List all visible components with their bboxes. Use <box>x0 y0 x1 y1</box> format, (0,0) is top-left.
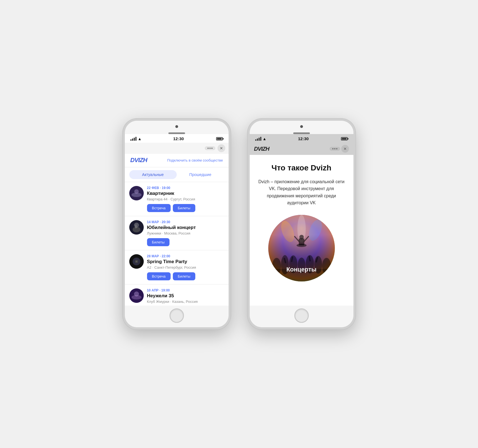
meet-button-1[interactable]: Встреча <box>147 204 171 212</box>
svg-point-10 <box>136 261 137 262</box>
event-title-1: Квартирник <box>147 191 224 196</box>
camera-icon-2 <box>300 125 303 128</box>
event-info-4: 10 АПР · 19:00 Неужели 35 Клуб Жмурки · … <box>147 288 224 306</box>
event-avatar-3 <box>129 254 144 269</box>
close-button[interactable]: ✕ <box>217 144 225 152</box>
status-left: ▲ <box>130 137 142 141</box>
event-date-4: 10 АПР · 19:00 <box>147 288 224 292</box>
event-location-3: A2 · Санкт-Петербург, Россия <box>147 265 224 270</box>
status-right-2 <box>340 137 348 140</box>
home-button-2[interactable] <box>294 308 309 323</box>
event-title-2: Юбилейный концерт <box>147 225 224 230</box>
event-avatar-2 <box>129 220 144 235</box>
wifi-icon-2: ▲ <box>263 137 267 141</box>
event-actions-3: Встреча Билеты <box>147 272 224 280</box>
tickets-button-2[interactable]: Билеты <box>147 238 170 246</box>
svg-rect-6 <box>135 225 136 228</box>
status-time: 12:30 <box>173 136 184 141</box>
event-actions-2: Билеты <box>147 238 224 246</box>
events-list: 22 ФЕВ · 19:00 Квартирник Квартира 44 · … <box>125 182 229 306</box>
event-info-2: 14 МАР · 20:30 Юбилейный концерт Лужники… <box>147 220 224 246</box>
home-button-area <box>125 306 229 327</box>
tickets-button-3[interactable]: Билеты <box>173 272 195 280</box>
event-avatar-1 <box>129 186 144 200</box>
phone2-toolbar: ✕ <box>330 145 349 153</box>
phone1-status-bar: ▲ 12:30 <box>125 134 229 143</box>
event-item-4: 10 АПР · 19:00 Неужели 35 Клуб Жмурки · … <box>125 285 229 306</box>
event-title-3: Spring Time Party <box>147 259 224 265</box>
event-location-2: Лужники · Москва, Россия <box>147 231 224 235</box>
event-info-1: 22 ФЕВ · 19:00 Квартирник Квартира 44 · … <box>147 186 224 212</box>
home-button[interactable] <box>170 308 184 323</box>
tabs-bar: Актуальные Прошедшие <box>125 167 229 182</box>
home-button-area-2 <box>250 306 353 327</box>
concert-circle: Концерты <box>268 215 335 281</box>
meet-button-3[interactable]: Встреча <box>147 272 171 280</box>
event-date-3: 28 МАР · 22:00 <box>147 254 224 258</box>
svg-point-2 <box>134 189 139 194</box>
phone1-notch <box>125 121 229 134</box>
signal-icon <box>130 137 136 141</box>
status-time-2: 12:30 <box>298 136 308 141</box>
status-right <box>215 137 223 140</box>
phone2-header: DVIZH ✕ <box>250 143 353 155</box>
tab-actual[interactable]: Актуальные <box>129 170 177 179</box>
phone-1: ▲ 12:30 ✕ DVIZH <box>123 119 231 329</box>
speaker-icon-2 <box>293 132 310 134</box>
phone1-screen: DVIZH Подключить в своём сообществе Акту… <box>125 154 229 306</box>
phones-container: ▲ 12:30 ✕ DVIZH <box>123 119 356 329</box>
svg-point-13 <box>134 291 139 296</box>
phone2-notch <box>250 121 353 134</box>
close-button-2[interactable]: ✕ <box>341 145 349 153</box>
event-date-2: 14 МАР · 20:30 <box>147 220 224 224</box>
event-location-4: Клуб Жмурки · Казань, Россия <box>147 299 224 304</box>
event-item-1: 22 ФЕВ · 19:00 Квартирник Квартира 44 · … <box>125 182 229 216</box>
phone2-screen: Что такое Dvizh Dvizh – приложение для с… <box>250 155 353 306</box>
tickets-button-1[interactable]: Билеты <box>173 204 195 212</box>
battery-icon-2 <box>341 137 348 140</box>
event-title-4: Неужели 35 <box>147 293 224 299</box>
more-options-button-2[interactable] <box>330 147 340 151</box>
tab-past[interactable]: Прошедшие <box>177 170 224 179</box>
event-location-1: Квартира 44 · Сургут, Россия <box>147 197 224 201</box>
wifi-icon: ▲ <box>138 137 142 141</box>
phone2-status-bar: ▲ 12:30 <box>250 134 353 143</box>
event-avatar-4 <box>129 288 144 303</box>
event-date-1: 22 ФЕВ · 19:00 <box>147 186 224 190</box>
event-info-3: 28 МАР · 22:00 Spring Time Party A2 · Са… <box>147 254 224 280</box>
about-title: Что такое Dvizh <box>272 163 332 173</box>
camera-icon <box>175 125 178 128</box>
battery-icon <box>216 137 223 140</box>
concert-circle-overlay: Концерты <box>268 215 335 281</box>
dvizh-logo-2: DVIZH <box>254 146 269 152</box>
status-left-2: ▲ <box>255 137 267 141</box>
concert-circle-label: Концерты <box>286 266 317 273</box>
app-header: DVIZH Подключить в своём сообществе <box>125 154 229 167</box>
connect-link[interactable]: Подключить в своём сообществе <box>167 158 223 162</box>
event-item-3: 28 МАР · 22:00 Spring Time Party A2 · Са… <box>125 250 229 285</box>
dvizh-logo: DVIZH <box>130 157 147 164</box>
speaker-icon <box>168 132 185 134</box>
event-actions-1: Встреча Билеты <box>147 204 224 212</box>
event-item-2: 14 МАР · 20:30 Юбилейный концерт Лужники… <box>125 216 229 250</box>
about-screen: Что такое Dvizh Dvizh – приложение для с… <box>250 155 353 306</box>
about-description: Dvizh – приложение для социальной сети V… <box>256 178 347 207</box>
signal-icon-2 <box>255 137 261 141</box>
more-options-button[interactable] <box>205 146 215 150</box>
phone-2: ▲ 12:30 DVIZH ✕ <box>247 119 356 329</box>
phone1-vk-toolbar: ✕ <box>125 143 229 154</box>
